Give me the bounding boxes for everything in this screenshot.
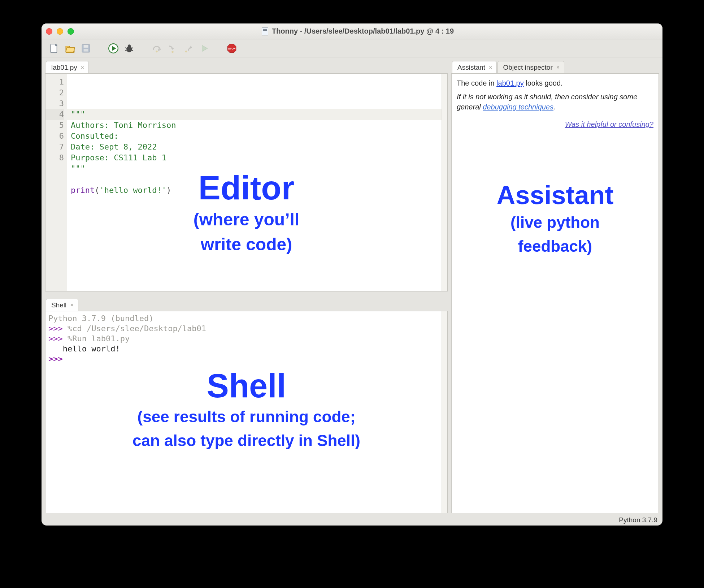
assistant-body-wrap: The code in lab01.py looks good. If it i…	[451, 73, 659, 513]
svg-rect-3	[84, 49, 88, 52]
resume-button[interactable]	[199, 43, 210, 54]
line-number: 7	[45, 142, 64, 152]
shell-tab-label: Shell	[51, 301, 66, 309]
code-line[interactable]: Date: Sept 8, 2022	[71, 142, 447, 152]
close-tab-icon[interactable]: ×	[556, 64, 560, 71]
line-number-gutter: 12345678	[45, 74, 67, 291]
svg-point-17	[185, 50, 187, 52]
document-icon	[262, 27, 268, 35]
close-tab-icon[interactable]: ×	[81, 64, 84, 71]
shell-tab[interactable]: Shell ×	[46, 299, 78, 311]
statusbar: Python 3.7.9	[42, 515, 662, 526]
shell-body-wrap: Python 3.7.9 (bundled)>>> %cd /Users/sle…	[45, 311, 448, 513]
editor-panel: lab01.py × 12345678 """Authors: Toni Mor…	[45, 60, 448, 291]
tab-label: Object inspector	[503, 64, 552, 72]
editor-body: 12345678 """Authors: Toni MorrisonConsul…	[45, 73, 448, 291]
code-line[interactable]	[71, 174, 447, 185]
code-line[interactable]: Authors: Toni Morrison	[71, 120, 447, 131]
editor-tab-lab01[interactable]: lab01.py ×	[46, 61, 89, 74]
editor-tab-label: lab01.py	[51, 64, 77, 72]
code-area[interactable]: """Authors: Toni MorrisonConsulted:Date:…	[67, 74, 447, 291]
svg-text:STOP: STOP	[228, 47, 235, 50]
main-area: lab01.py × 12345678 """Authors: Toni Mor…	[42, 57, 662, 515]
code-line[interactable]: Purpose: CS111 Lab 1	[71, 152, 447, 163]
editor-tabstrip: lab01.py ×	[45, 60, 448, 73]
assistant-intro: The code in lab01.py looks good.	[457, 78, 653, 88]
svg-line-10	[125, 50, 127, 51]
shell-tabstrip: Shell ×	[45, 298, 448, 311]
window-title-text: Thonny - /Users/slee/Desktop/lab01/lab01…	[272, 27, 454, 35]
shell-scrollbar[interactable]	[442, 311, 447, 513]
stop-button[interactable]: STOP	[226, 43, 237, 54]
line-number: 6	[45, 131, 64, 142]
step-over-button[interactable]	[151, 43, 162, 54]
svg-point-7	[128, 44, 131, 48]
svg-point-15	[171, 51, 173, 52]
debug-button[interactable]	[124, 43, 135, 54]
left-column: lab01.py × 12345678 """Authors: Toni Mor…	[45, 60, 448, 513]
new-file-button[interactable]	[49, 43, 60, 54]
code-editor[interactable]: 12345678 """Authors: Toni MorrisonConsul…	[45, 74, 447, 291]
line-number: 4	[45, 109, 64, 120]
svg-line-9	[131, 47, 133, 48]
line-number: 2	[45, 87, 64, 98]
assistant-panel: Assistant×Object inspector× The code in …	[451, 60, 659, 513]
svg-marker-16	[190, 46, 192, 49]
window-title: Thonny - /Users/slee/Desktop/lab01/lab01…	[57, 27, 658, 35]
save-file-button[interactable]	[81, 43, 91, 54]
titlebar: Thonny - /Users/slee/Desktop/lab01/lab01…	[42, 23, 662, 39]
svg-marker-18	[202, 45, 208, 51]
assistant-feedback: Was it helpful or confusing?	[457, 119, 653, 129]
close-window-button[interactable]	[46, 28, 52, 35]
run-button[interactable]	[108, 43, 119, 54]
step-out-button[interactable]	[183, 43, 194, 54]
code-line[interactable]: print('hello world!')	[71, 185, 447, 196]
svg-line-11	[131, 50, 133, 51]
svg-point-13	[156, 50, 157, 52]
line-number: 3	[45, 98, 64, 109]
close-tab-icon[interactable]: ×	[489, 64, 492, 71]
feedback-link[interactable]: Was it helpful or confusing?	[565, 120, 653, 128]
close-tab-icon[interactable]: ×	[70, 302, 73, 308]
line-number: 5	[45, 120, 64, 131]
code-line[interactable]: """	[71, 109, 447, 120]
assistant-advice: If it is not working as it should, then …	[457, 92, 653, 112]
shell-terminal[interactable]: Python 3.7.9 (bundled)>>> %cd /Users/sle…	[45, 311, 447, 513]
python-version-status[interactable]: Python 3.7.9	[619, 516, 657, 524]
code-line[interactable]: """	[71, 163, 447, 174]
right-column: Assistant×Object inspector× The code in …	[451, 60, 659, 513]
svg-rect-2	[84, 45, 88, 48]
tab-object-inspector[interactable]: Object inspector×	[497, 61, 564, 74]
toolbar: STOP	[42, 39, 662, 57]
assistant-file-link[interactable]: lab01.py	[496, 79, 524, 87]
tab-label: Assistant	[457, 64, 485, 72]
svg-line-8	[125, 47, 127, 48]
shell-panel: Shell × Python 3.7.9 (bundled)>>> %cd /U…	[45, 298, 448, 513]
debugging-techniques-link[interactable]: debugging techniques	[483, 103, 553, 111]
line-number: 1	[45, 77, 64, 87]
svg-marker-14	[171, 48, 174, 49]
assistant-tabstrip: Assistant×Object inspector×	[451, 60, 659, 73]
tab-assistant[interactable]: Assistant×	[452, 61, 497, 74]
open-file-button[interactable]	[65, 43, 75, 54]
app-window: Thonny - /Users/slee/Desktop/lab01/lab01…	[42, 23, 662, 526]
code-line[interactable]: Consulted:	[71, 131, 447, 142]
line-number: 8	[45, 152, 64, 163]
assistant-body: The code in lab01.py looks good. If it i…	[452, 74, 659, 513]
step-into-button[interactable]	[167, 43, 178, 54]
